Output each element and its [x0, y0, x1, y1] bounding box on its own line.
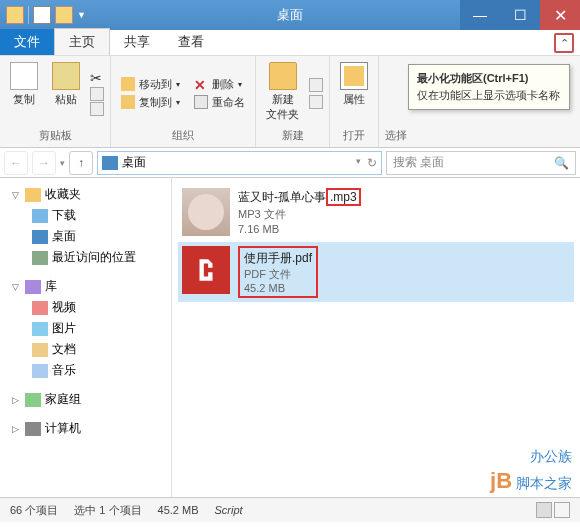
tree-music[interactable]: 音乐 [4, 360, 167, 381]
ribbon-group-organize: 移动到▾ 复制到▾ ✕删除▾ 重命名 组织 [111, 56, 256, 147]
tab-view[interactable]: 查看 [164, 29, 218, 55]
status-selection: 选中 1 个项目 [74, 503, 141, 518]
copy-path-icon[interactable] [90, 87, 104, 101]
library-icon [25, 280, 41, 294]
cut-icon[interactable]: ✂ [90, 70, 104, 86]
video-icon [32, 301, 48, 315]
search-box[interactable]: 搜索 桌面 🔍 [386, 151, 576, 175]
tree-favorites[interactable]: 收藏夹 [4, 184, 167, 205]
copy-to-button[interactable]: 复制到▾ [117, 94, 184, 111]
history-dropdown[interactable]: ▾ [60, 158, 65, 168]
file-name: 蓝又时-孤单心事.mp3 [238, 188, 361, 206]
desktop-icon [102, 156, 118, 170]
paste-shortcut-icon[interactable] [90, 102, 104, 116]
file-list: 蓝又时-孤单心事.mp3 MP3 文件 7.16 MB 使用手册.pdf PDF… [172, 178, 580, 497]
search-icon: 🔍 [554, 156, 569, 170]
file-size: 7.16 MB [238, 223, 361, 235]
ribbon-group-new: 新建 文件夹 新建 [256, 56, 330, 147]
extension-highlight: .mp3 [326, 188, 361, 206]
minimize-button[interactable]: — [460, 0, 500, 30]
properties-button[interactable]: 属性 [336, 60, 372, 126]
forward-button[interactable]: → [32, 151, 56, 175]
desktop-icon [32, 230, 48, 244]
rename-button[interactable]: 重命名 [190, 94, 249, 111]
picture-icon [32, 322, 48, 336]
large-icons-view-icon[interactable] [554, 502, 570, 518]
ribbon-group-clipboard: 复制 粘贴 ✂ 剪贴板 [0, 56, 111, 147]
select-group-label: 选择 [385, 126, 407, 143]
status-item-count: 66 个项目 [10, 503, 58, 518]
open-group-label: 打开 [336, 126, 372, 143]
copy-button[interactable]: 复制 [6, 60, 42, 126]
new-group-label: 新建 [262, 126, 323, 143]
status-size: 45.2 MB [158, 504, 199, 516]
organize-group-label: 组织 [117, 126, 249, 143]
navigation-pane: 收藏夹 下载 桌面 最近访问的位置 库 视频 图片 文档 音乐 家庭组 计算机 [0, 178, 172, 497]
file-info: 蓝又时-孤单心事.mp3 MP3 文件 7.16 MB [238, 188, 361, 236]
chevron-down-icon[interactable]: ▼ [77, 10, 86, 20]
document-icon [32, 343, 48, 357]
navigation-bar: ← → ▾ ↑ 桌面 ▾ ↻ 搜索 桌面 🔍 [0, 148, 580, 178]
properties-icon [340, 62, 368, 90]
tree-recent[interactable]: 最近访问的位置 [4, 247, 167, 268]
tree-videos[interactable]: 视频 [4, 297, 167, 318]
chevron-down-icon[interactable]: ▾ [356, 156, 361, 170]
new-folder-button[interactable]: 新建 文件夹 [262, 60, 303, 126]
paste-button[interactable]: 粘贴 [48, 60, 84, 126]
pdf-thumbnail [182, 246, 230, 294]
file-type: PDF 文件 [244, 267, 312, 282]
window-buttons: — ☐ ✕ [460, 0, 580, 30]
window-title: 桌面 [277, 6, 303, 24]
quick-access-toolbar: ▼ [0, 6, 92, 24]
details-view-icon[interactable] [536, 502, 552, 518]
tree-pictures[interactable]: 图片 [4, 318, 167, 339]
ribbon-tabs: 文件 主页 共享 查看 ⌃ [0, 30, 580, 56]
rename-icon [194, 95, 208, 109]
properties-icon[interactable] [33, 6, 51, 24]
chevron-up-icon: ⌃ [560, 37, 569, 50]
move-icon [121, 77, 135, 91]
mp3-thumbnail [182, 188, 230, 236]
explorer-body: 收藏夹 下载 桌面 最近访问的位置 库 视频 图片 文档 音乐 家庭组 计算机 … [0, 178, 580, 498]
refresh-icon[interactable]: ↻ [367, 156, 377, 170]
ribbon: 复制 粘贴 ✂ 剪贴板 移动到▾ 复制到▾ ✕删除▾ 重命名 组 [0, 56, 580, 148]
tab-share[interactable]: 共享 [110, 29, 164, 55]
status-script: Script [215, 504, 243, 516]
tree-desktop[interactable]: 桌面 [4, 226, 167, 247]
back-button[interactable]: ← [4, 151, 28, 175]
file-type: MP3 文件 [238, 207, 361, 222]
music-icon [32, 364, 48, 378]
tab-home[interactable]: 主页 [54, 28, 110, 55]
maximize-button[interactable]: ☐ [500, 0, 540, 30]
properties-label: 属性 [343, 92, 365, 107]
file-item[interactable]: 使用手册.pdf PDF 文件 45.2 MB [178, 242, 574, 302]
new-item-icon[interactable] [309, 78, 323, 92]
tree-downloads[interactable]: 下载 [4, 205, 167, 226]
new-folder-label: 新建 文件夹 [266, 92, 299, 122]
tab-file[interactable]: 文件 [0, 29, 54, 55]
easy-access-icon[interactable] [309, 95, 323, 109]
tooltip-body: 仅在功能区上显示选项卡名称 [417, 88, 561, 103]
title-bar: ▼ 桌面 — ☐ ✕ [0, 0, 580, 30]
tree-documents[interactable]: 文档 [4, 339, 167, 360]
clipboard-group-label: 剪贴板 [6, 126, 104, 143]
tree-homegroup[interactable]: 家庭组 [4, 389, 167, 410]
up-button[interactable]: ↑ [69, 151, 93, 175]
delete-button[interactable]: ✕删除▾ [190, 76, 249, 93]
move-to-button[interactable]: 移动到▾ [117, 76, 184, 93]
new-folder-icon[interactable] [55, 6, 73, 24]
file-info: 使用手册.pdf PDF 文件 45.2 MB [238, 246, 318, 298]
separator [28, 6, 29, 24]
tree-libraries[interactable]: 库 [4, 276, 167, 297]
copy-icon [10, 62, 38, 90]
star-icon [25, 188, 41, 202]
copy-label: 复制 [13, 92, 35, 107]
address-bar[interactable]: 桌面 ▾ ↻ [97, 151, 382, 175]
folder-icon [269, 62, 297, 90]
file-name: 使用手册.pdf [244, 250, 312, 267]
close-button[interactable]: ✕ [540, 0, 580, 30]
download-icon [32, 209, 48, 223]
tree-computer[interactable]: 计算机 [4, 418, 167, 439]
minimize-ribbon-button[interactable]: ⌃ [554, 33, 574, 53]
file-item[interactable]: 蓝又时-孤单心事.mp3 MP3 文件 7.16 MB [178, 184, 574, 240]
